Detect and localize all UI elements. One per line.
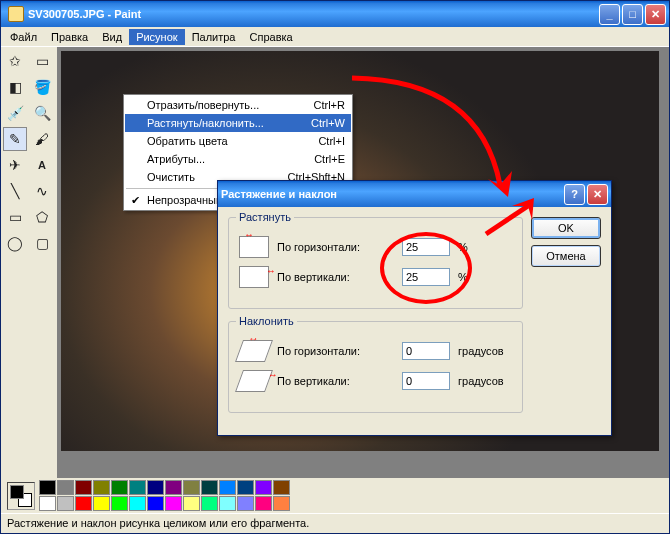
skew-h-label: По горизонтали: bbox=[277, 345, 394, 357]
color-swatch[interactable] bbox=[237, 480, 254, 495]
color-swatch[interactable] bbox=[57, 480, 74, 495]
color-swatch[interactable] bbox=[255, 496, 272, 511]
tool-magnifier[interactable]: 🔍 bbox=[30, 101, 54, 125]
stretch-h-input[interactable] bbox=[402, 238, 450, 256]
status-bar: Растяжение и наклон рисунка целиком или … bbox=[1, 513, 669, 533]
menu-edit[interactable]: Правка bbox=[44, 29, 95, 45]
skew-v-label: По вертикали: bbox=[277, 375, 394, 387]
minimize-button[interactable]: _ bbox=[599, 4, 620, 25]
tool-curve[interactable]: ∿ bbox=[30, 179, 54, 203]
menu-image[interactable]: Рисунок bbox=[129, 29, 185, 45]
toolbox: ✩ ▭ ◧ 🪣 💉 🔍 ✎ 🖌 ✈ A ╲ ∿ ▭ ⬠ ◯ ▢ bbox=[1, 47, 57, 478]
color-swatch[interactable] bbox=[111, 480, 128, 495]
menubar: Файл Правка Вид Рисунок Палитра Справка bbox=[1, 27, 669, 47]
cancel-button[interactable]: Отмена bbox=[531, 245, 601, 267]
color-swatch[interactable] bbox=[201, 480, 218, 495]
skew-v-icon: ↕ bbox=[235, 370, 273, 392]
color-swatch[interactable] bbox=[129, 496, 146, 511]
tool-pencil[interactable]: ✎ bbox=[3, 127, 27, 151]
color-swatch[interactable] bbox=[165, 496, 182, 511]
color-swatch[interactable] bbox=[75, 496, 92, 511]
tool-eraser[interactable]: ◧ bbox=[3, 75, 27, 99]
color-swatches[interactable] bbox=[39, 480, 290, 511]
stretch-v-input[interactable] bbox=[402, 268, 450, 286]
stretch-v-icon: ↕ bbox=[239, 266, 269, 288]
menu-palette[interactable]: Палитра bbox=[185, 29, 243, 45]
tool-rect[interactable]: ▭ bbox=[3, 205, 27, 229]
menu-item-attributes[interactable]: Атрибуты...Ctrl+E bbox=[125, 150, 351, 168]
color-swatch[interactable] bbox=[201, 496, 218, 511]
color-swatch[interactable] bbox=[273, 496, 290, 511]
help-button[interactable]: ? bbox=[564, 184, 585, 205]
dialog-title: Растяжение и наклон bbox=[221, 188, 337, 200]
color-swatch[interactable] bbox=[129, 480, 146, 495]
color-swatch[interactable] bbox=[39, 480, 56, 495]
color-swatch[interactable] bbox=[183, 496, 200, 511]
ok-button[interactable]: OK bbox=[531, 217, 601, 239]
tool-text[interactable]: A bbox=[30, 153, 54, 177]
stretch-skew-dialog: Растяжение и наклон ? ✕ Растянуть ↔ По г… bbox=[217, 180, 612, 436]
color-swatch[interactable] bbox=[255, 480, 272, 495]
close-button[interactable]: ✕ bbox=[645, 4, 666, 25]
color-swatch[interactable] bbox=[93, 480, 110, 495]
color-palette bbox=[1, 478, 669, 513]
color-swatch[interactable] bbox=[219, 496, 236, 511]
color-swatch[interactable] bbox=[111, 496, 128, 511]
color-swatch[interactable] bbox=[93, 496, 110, 511]
color-swatch[interactable] bbox=[237, 496, 254, 511]
dialog-close-button[interactable]: ✕ bbox=[587, 184, 608, 205]
tool-brush[interactable]: 🖌 bbox=[30, 127, 54, 151]
tool-fill[interactable]: 🪣 bbox=[30, 75, 54, 99]
color-swatch[interactable] bbox=[57, 496, 74, 511]
color-swatch[interactable] bbox=[165, 480, 182, 495]
menu-help[interactable]: Справка bbox=[243, 29, 300, 45]
color-swatch[interactable] bbox=[273, 480, 290, 495]
fg-bg-selector[interactable] bbox=[7, 482, 35, 510]
stretch-h-label: По горизонтали: bbox=[277, 241, 394, 253]
stretch-group: Растянуть ↔ По горизонтали: % ↕ По верти… bbox=[228, 217, 523, 309]
menu-item-stretch[interactable]: Растянуть/наклонить...Ctrl+W bbox=[125, 114, 351, 132]
tool-line[interactable]: ╲ bbox=[3, 179, 27, 203]
tool-polygon[interactable]: ⬠ bbox=[30, 205, 54, 229]
skew-h-icon: ↔ bbox=[235, 340, 273, 362]
tool-airbrush[interactable]: ✈ bbox=[3, 153, 27, 177]
dialog-titlebar[interactable]: Растяжение и наклон ? ✕ bbox=[218, 181, 611, 207]
menu-file[interactable]: Файл bbox=[3, 29, 44, 45]
stretch-h-icon: ↔ bbox=[239, 236, 269, 258]
color-swatch[interactable] bbox=[183, 480, 200, 495]
tool-roundrect[interactable]: ▢ bbox=[30, 231, 54, 255]
color-swatch[interactable] bbox=[219, 480, 236, 495]
color-swatch[interactable] bbox=[75, 480, 92, 495]
color-swatch[interactable] bbox=[147, 480, 164, 495]
maximize-button[interactable]: □ bbox=[622, 4, 643, 25]
skew-h-input[interactable] bbox=[402, 342, 450, 360]
tool-ellipse[interactable]: ◯ bbox=[3, 231, 27, 255]
skew-group: Наклонить ↔ По горизонтали: градусов ↕ П… bbox=[228, 321, 523, 413]
check-icon: ✔ bbox=[131, 194, 140, 207]
menu-item-flip[interactable]: Отразить/повернуть...Ctrl+R bbox=[125, 96, 351, 114]
main-titlebar[interactable]: SV300705.JPG - Paint _ □ ✕ bbox=[1, 1, 669, 27]
tool-picker[interactable]: 💉 bbox=[3, 101, 27, 125]
menu-view[interactable]: Вид bbox=[95, 29, 129, 45]
window-title: SV300705.JPG - Paint bbox=[28, 8, 141, 20]
tool-freeform-select[interactable]: ✩ bbox=[3, 49, 27, 73]
skew-v-input[interactable] bbox=[402, 372, 450, 390]
menu-item-invert[interactable]: Обратить цветаCtrl+I bbox=[125, 132, 351, 150]
app-icon bbox=[8, 6, 24, 22]
tool-rect-select[interactable]: ▭ bbox=[30, 49, 54, 73]
color-swatch[interactable] bbox=[39, 496, 56, 511]
color-swatch[interactable] bbox=[147, 496, 164, 511]
stretch-v-label: По вертикали: bbox=[277, 271, 394, 283]
